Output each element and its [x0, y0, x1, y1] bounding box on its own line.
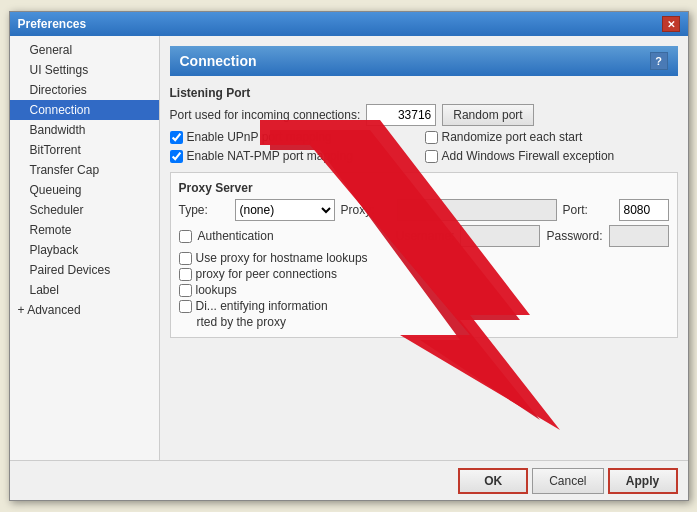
randomize-row: Randomize port each start [425, 130, 678, 144]
preferences-window: Preferences ✕ GeneralUI SettingsDirector… [9, 11, 689, 501]
sidebar-item-transfer-cap[interactable]: Transfer Cap [10, 160, 159, 180]
sidebar-item-queueing[interactable]: Queueing [10, 180, 159, 200]
upnp-checkbox[interactable] [170, 131, 183, 144]
nat-checkbox[interactable] [170, 150, 183, 163]
listening-port-section: Listening Port [170, 86, 678, 100]
upnp-label: Enable UPnP port mapping [187, 130, 332, 144]
username-label: Username: [396, 229, 455, 243]
title-bar: Preferences ✕ [10, 12, 688, 36]
proxy-addr-label: Proxy: [341, 203, 391, 217]
port-label: Port used for incoming connections: [170, 108, 361, 122]
sidebar-item-bittorrent[interactable]: BitTorrent [10, 140, 159, 160]
sidebar-item---advanced[interactable]: + Advanced [10, 300, 159, 320]
firewall-label: Add Windows Firewall exception [442, 149, 615, 163]
title-bar-buttons: ✕ [662, 16, 680, 32]
close-button[interactable]: ✕ [662, 16, 680, 32]
sidebar-item-general[interactable]: General [10, 40, 159, 60]
auth-label: Authentication [198, 229, 274, 243]
proxy-section: Proxy Server Type: (none) Proxy: Port: A… [170, 172, 678, 338]
panel-title: Connection [180, 53, 257, 69]
apply-button[interactable]: Apply [608, 468, 678, 494]
password-label: Password: [546, 229, 602, 243]
disable-label: Di... entifying information [196, 299, 328, 313]
hostname-checkbox[interactable] [179, 252, 192, 265]
nat-label: Enable NAT-PMP port mapping [187, 149, 353, 163]
type-label: Type: [179, 203, 229, 217]
sidebar-item-directories[interactable]: Directories [10, 80, 159, 100]
hostname-label: Use proxy for hostname lookups [196, 251, 368, 265]
nat-row: Enable NAT-PMP port mapping [170, 149, 423, 163]
randomize-checkbox[interactable] [425, 131, 438, 144]
upnp-row: Enable UPnP port mapping [170, 130, 423, 144]
proxy-type-row: Type: (none) Proxy: Port: [179, 199, 669, 221]
port-row: Port used for incoming connections: Rand… [170, 104, 678, 126]
cancel-button[interactable]: Cancel [532, 468, 603, 494]
window-body: GeneralUI SettingsDirectoriesConnectionB… [10, 36, 688, 460]
sidebar-item-connection[interactable]: Connection [10, 100, 159, 120]
proxy-port-label: Port: [563, 203, 613, 217]
window-title: Preferences [18, 17, 87, 31]
randomize-label: Randomize port each start [442, 130, 583, 144]
sidebar: GeneralUI SettingsDirectoriesConnectionB… [10, 36, 160, 460]
rted-label: rted by the proxy [179, 315, 286, 329]
peer-conn-row: proxy for peer connections [179, 267, 669, 281]
proxy-address-input[interactable] [397, 199, 557, 221]
hostname-lookup-row: Use proxy for hostname lookups [179, 251, 669, 265]
disable-checkbox[interactable] [179, 300, 192, 313]
port-input[interactable] [366, 104, 436, 126]
sidebar-item-ui-settings[interactable]: UI Settings [10, 60, 159, 80]
password-input[interactable] [609, 225, 669, 247]
help-button[interactable]: ? [650, 52, 668, 70]
sidebar-item-label[interactable]: Label [10, 280, 159, 300]
bottom-bar: OK Cancel Apply [10, 460, 688, 500]
lookups-label: lookups [196, 283, 237, 297]
auth-row: Authentication Username: Password: [179, 225, 669, 247]
main-content: Connection ? Listening Port Port used fo… [160, 36, 688, 460]
firewall-row: Add Windows Firewall exception [425, 149, 678, 163]
checkbox-grid: Enable UPnP port mapping Randomize port … [170, 130, 678, 166]
ok-button[interactable]: OK [458, 468, 528, 494]
sidebar-item-bandwidth[interactable]: Bandwidth [10, 120, 159, 140]
rted-row: rted by the proxy [179, 315, 669, 329]
sidebar-item-playback[interactable]: Playback [10, 240, 159, 260]
firewall-checkbox[interactable] [425, 150, 438, 163]
disable-row: Di... entifying information [179, 299, 669, 313]
sidebar-item-paired-devices[interactable]: Paired Devices [10, 260, 159, 280]
proxy-port-input[interactable] [619, 199, 669, 221]
peer-conn-checkbox[interactable] [179, 268, 192, 281]
random-port-button[interactable]: Random port [442, 104, 533, 126]
panel-header: Connection ? [170, 46, 678, 76]
sidebar-item-scheduler[interactable]: Scheduler [10, 200, 159, 220]
sidebar-item-remote[interactable]: Remote [10, 220, 159, 240]
lookups-checkbox[interactable] [179, 284, 192, 297]
proxy-type-select[interactable]: (none) [235, 199, 335, 221]
auth-checkbox[interactable] [179, 230, 192, 243]
proxy-title: Proxy Server [179, 181, 669, 195]
peer-conn-label: proxy for peer connections [196, 267, 337, 281]
lookups-row: lookups [179, 283, 669, 297]
username-input[interactable] [460, 225, 540, 247]
